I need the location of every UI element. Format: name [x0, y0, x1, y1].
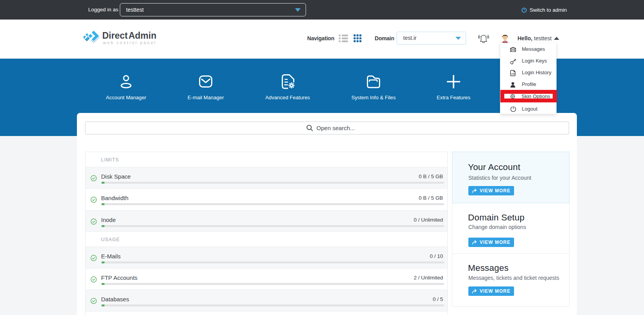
svg-text:LOG: LOG: [511, 73, 515, 75]
